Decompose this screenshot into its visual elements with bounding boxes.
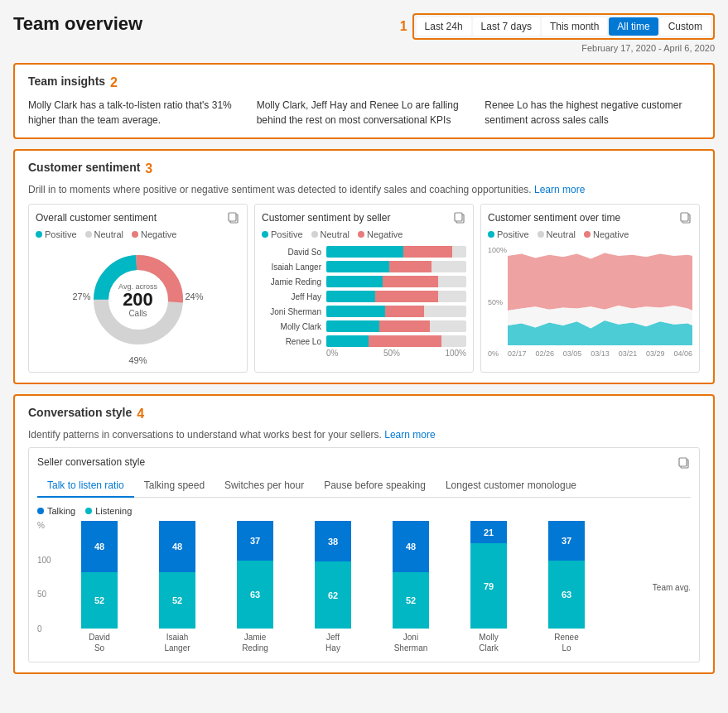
seller-name: Jeff Hay bbox=[262, 292, 321, 301]
sentiment-learn-more[interactable]: Learn more bbox=[534, 184, 585, 195]
y-pct: % bbox=[37, 521, 62, 530]
talking-segment: 37 bbox=[237, 521, 273, 561]
seller-bar-row: Jamie Reding bbox=[262, 276, 466, 287]
talk-bar-group: 21 79 MollyClark bbox=[451, 521, 526, 653]
time-btn-7d[interactable]: Last 7 days bbox=[473, 17, 540, 36]
bar-axis: 0% 50% 100% bbox=[262, 349, 466, 358]
bar-positive bbox=[326, 246, 403, 258]
pct-negative: 27% bbox=[73, 291, 91, 301]
bar-negative bbox=[383, 276, 439, 287]
talk-legend: Talking Listening bbox=[37, 506, 691, 516]
donut-chart: 27% Avg. across 200 bbox=[36, 246, 240, 365]
conversation-tabs: Talk to listen ratioTalking speedSwitche… bbox=[37, 475, 691, 498]
bar-track bbox=[326, 320, 466, 332]
copy-icon-4[interactable] bbox=[677, 456, 691, 470]
svg-rect-6 bbox=[455, 213, 462, 221]
talking-segment: 48 bbox=[81, 521, 118, 572]
talk-bar-stack: 37 63 bbox=[237, 521, 273, 629]
legend-neutral: Neutral bbox=[94, 229, 123, 239]
page-title: Team overview bbox=[13, 13, 142, 35]
conv-tab[interactable]: Switches per hour bbox=[215, 475, 314, 498]
talk-bar-stack: 48 52 bbox=[393, 521, 429, 629]
bar-positive bbox=[326, 276, 383, 287]
pct-positive: 24% bbox=[185, 291, 203, 301]
time-btn-24h[interactable]: Last 24h bbox=[417, 17, 471, 36]
by-seller-title: Customer sentiment by seller bbox=[262, 212, 390, 224]
bar-positive bbox=[326, 306, 385, 317]
talking-segment: 37 bbox=[548, 521, 585, 561]
by-seller-legend: Positive Neutral Negative bbox=[262, 229, 466, 239]
talk-bar-group: 48 52 JoniSherman bbox=[374, 521, 448, 653]
talk-chart-container: % 100 50 0 48 52 DavidSo 48 52 IsaiahLan… bbox=[37, 521, 691, 653]
bar-negative bbox=[403, 246, 452, 258]
team-insights-title: Team insights bbox=[28, 75, 105, 88]
conv-tab[interactable]: Talking speed bbox=[134, 475, 215, 498]
seller-bar-row: Joni Sherman bbox=[262, 306, 466, 317]
conv-panel-header: Seller conversation style bbox=[37, 456, 691, 470]
talk-bar-stack: 48 52 bbox=[159, 521, 195, 629]
seller-bar-name: MollyClark bbox=[479, 632, 498, 653]
time-btn-all[interactable]: All time bbox=[609, 17, 658, 36]
svg-rect-8 bbox=[681, 213, 688, 221]
time-btn-month[interactable]: This month bbox=[542, 17, 607, 36]
talking-segment: 21 bbox=[470, 521, 507, 543]
seller-conversation-panel: Seller conversation style Talk to listen… bbox=[28, 447, 700, 662]
step-4-label: 4 bbox=[137, 407, 144, 422]
listening-segment: 52 bbox=[393, 572, 429, 629]
talk-bar-group: 37 63 JamieReding bbox=[218, 521, 292, 653]
y-100: 100 bbox=[37, 556, 62, 565]
seller-bar-name: ReneeLo bbox=[554, 632, 578, 653]
bar-track bbox=[326, 276, 466, 287]
customer-sentiment-card: Customer sentiment 3 Drill in to moments… bbox=[13, 149, 715, 384]
talk-bar-group: 48 52 IsaiahLanger bbox=[140, 521, 215, 653]
seller-bar-name: JamieReding bbox=[242, 632, 268, 653]
over-time-panel: Customer sentiment over time Positive Ne… bbox=[480, 204, 700, 373]
bar-negative bbox=[389, 261, 431, 272]
bar-negative bbox=[385, 306, 424, 317]
talking-segment: 38 bbox=[315, 521, 351, 561]
time-btn-custom[interactable]: Custom bbox=[660, 17, 711, 36]
bar-negative bbox=[379, 320, 430, 332]
bar-negative bbox=[369, 335, 441, 347]
insight-item-1: Molly Clark, Jeff Hay and Renee Lo are f… bbox=[257, 98, 472, 128]
seller-bar-row: Renee Lo bbox=[262, 335, 466, 347]
conv-learn-more[interactable]: Learn more bbox=[384, 429, 435, 441]
area-x-axis: 02/17 02/26 03/05 03/13 03/21 03/29 04/0… bbox=[508, 348, 692, 358]
talk-bar-stack: 37 63 bbox=[548, 521, 585, 629]
by-seller-panel: Customer sentiment by seller Positive Ne… bbox=[254, 204, 474, 373]
copy-icon[interactable] bbox=[227, 211, 240, 224]
listening-segment: 62 bbox=[315, 561, 351, 629]
talk-bar-group: 48 52 DavidSo bbox=[62, 521, 137, 653]
overall-legend: Positive Neutral Negative bbox=[36, 229, 240, 239]
seller-name: Joni Sherman bbox=[262, 307, 321, 316]
area-chart-svg bbox=[508, 246, 692, 345]
legend-listening: Listening bbox=[95, 506, 132, 516]
date-range: February 17, 2020 - April 6, 2020 bbox=[581, 43, 715, 53]
listening-segment: 52 bbox=[81, 572, 118, 629]
talk-bars: 48 52 DavidSo 48 52 IsaiahLanger 37 63 J… bbox=[62, 521, 646, 653]
talk-bar-group: 37 63 ReneeLo bbox=[529, 521, 604, 653]
copy-icon-3[interactable] bbox=[679, 211, 692, 224]
seller-bar-row: Molly Clark bbox=[262, 320, 466, 332]
seller-name: David So bbox=[262, 248, 321, 257]
step-2-label: 2 bbox=[110, 75, 118, 90]
seller-bar-name: DavidSo bbox=[89, 632, 110, 653]
overall-title: Overall customer sentiment bbox=[36, 212, 157, 224]
bar-positive bbox=[326, 320, 379, 332]
copy-icon-2[interactable] bbox=[453, 211, 466, 224]
header-controls: 1 Last 24h Last 7 days This month All ti… bbox=[395, 13, 715, 53]
legend-positive: Positive bbox=[45, 229, 77, 239]
seller-bar-name: IsaiahLanger bbox=[164, 632, 190, 653]
step-3-label: 3 bbox=[145, 161, 152, 176]
conv-tab[interactable]: Pause before speaking bbox=[314, 475, 436, 498]
overall-sentiment-panel: Overall customer sentiment Positive Neut… bbox=[28, 204, 248, 373]
conv-tab[interactable]: Talk to listen ratio bbox=[37, 475, 134, 498]
bar-negative bbox=[375, 291, 438, 302]
talk-bar-stack: 48 52 bbox=[81, 521, 118, 629]
step-1-label: 1 bbox=[400, 19, 407, 34]
conv-panel-title: Seller conversation style bbox=[37, 456, 145, 470]
conv-tab[interactable]: Longest customer monologue bbox=[436, 475, 586, 498]
bar-track bbox=[326, 291, 466, 302]
listening-segment: 63 bbox=[237, 561, 273, 629]
y-0: 0 bbox=[37, 624, 62, 634]
